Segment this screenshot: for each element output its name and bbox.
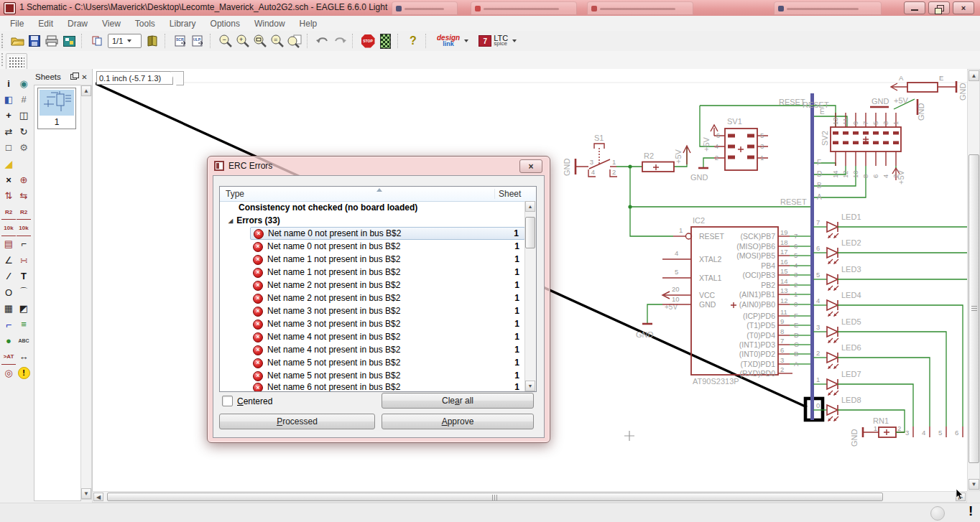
sheet-swap-button[interactable] (88, 32, 106, 50)
menu-window[interactable]: Window (247, 17, 292, 30)
horizontal-scroll-thumb[interactable] (107, 493, 883, 501)
erc-error-row[interactable]: ×Net name 3 not present in bus B$21 (250, 304, 525, 317)
design-link-button[interactable]: design link (437, 35, 468, 47)
erc-error-row[interactable]: ×Net name 0 not present in bus B$21 (250, 240, 525, 253)
dialog-close-button[interactable]: × (519, 159, 542, 173)
menu-library[interactable]: Library (162, 17, 203, 30)
scroll-down-icon[interactable]: ▼ (969, 479, 979, 490)
tool-name[interactable]: R2 (1, 205, 16, 220)
tool-mirror[interactable]: ⇄ (1, 124, 16, 139)
scroll-up-icon[interactable]: ▲ (525, 201, 535, 212)
tool-net[interactable]: ≡ (17, 317, 31, 332)
dialog-titlebar[interactable]: ERC Errors × (208, 157, 550, 175)
print-button[interactable] (43, 32, 60, 50)
tool-bus[interactable]: ⌐ (1, 317, 16, 332)
tool-display[interactable]: ◧ (1, 92, 16, 106)
scroll-up-icon[interactable]: ▲ (969, 70, 979, 81)
erc-error-list[interactable]: Type Sheet Consistency not checked (no b… (219, 186, 537, 392)
sheet-1-thumbnail[interactable]: 1 (37, 88, 76, 129)
scroll-down-icon[interactable]: ▼ (525, 381, 535, 391)
collapse-arrow-icon[interactable]: ◢ (228, 218, 233, 224)
erc-error-row[interactable]: ×Net name 4 not present in bus B$21 (250, 343, 525, 356)
erc-error-row[interactable]: ×Net name 5 not present in bus B$21 (250, 369, 525, 382)
erc-error-row[interactable]: ×Net name 3 not present in bus B$21 (250, 317, 525, 330)
erc-error-row[interactable]: ×Net name 0 not present in bus B$21 (250, 227, 525, 240)
tool-rotate[interactable]: ↻ (17, 124, 31, 139)
tool-value-alt[interactable]: 10k (17, 221, 31, 236)
zoom-in-button[interactable]: + (234, 32, 251, 50)
sheet-selector[interactable]: 1/1 (108, 34, 142, 48)
clear-all-button[interactable]: Clear all (382, 393, 534, 409)
tool-text[interactable]: T (17, 269, 31, 284)
approve-button[interactable]: Approve (382, 414, 534, 429)
open-button[interactable] (9, 32, 26, 50)
menu-view[interactable]: View (95, 17, 128, 30)
erc-error-row[interactable]: ×Net name 1 not present in bus B$21 (250, 253, 525, 266)
script-button[interactable]: SCR (172, 32, 189, 50)
tool-group[interactable]: □ (1, 141, 16, 155)
tool-errors[interactable]: ! (17, 365, 31, 380)
menu-options[interactable]: Options (203, 17, 247, 30)
menu-help[interactable]: Help (292, 17, 325, 30)
stop-button[interactable]: STOP (359, 32, 376, 50)
tool-circle[interactable]: O (1, 285, 16, 299)
tool-change[interactable]: ⚙ (17, 141, 31, 155)
tool-cut[interactable]: ◢ (1, 157, 16, 171)
tool-invoke[interactable]: ∺ (17, 253, 31, 267)
close-panel-button[interactable]: ✕ (80, 73, 89, 82)
tool-wire[interactable]: ∕ (1, 269, 16, 284)
tool-attribute[interactable]: >AT (1, 350, 16, 365)
scroll-left-icon[interactable]: ◀ (93, 493, 103, 501)
zoom-out-button[interactable]: − (217, 32, 234, 50)
undo-button[interactable] (314, 32, 331, 50)
erc-error-row[interactable]: ×Net name 6 not present in bus B$21 (250, 382, 525, 391)
tool-add[interactable]: ⊕ (17, 172, 31, 187)
centered-checkbox[interactable] (222, 396, 233, 406)
erc-error-row[interactable]: ×Net name 5 not present in bus B$21 (250, 356, 525, 369)
tool-split[interactable]: ∠ (1, 253, 16, 267)
erc-error-row[interactable]: ×Net name 2 not present in bus B$21 (250, 279, 525, 292)
library-button[interactable] (144, 32, 161, 50)
vertical-scrollbar[interactable]: ▲ ▼ (967, 69, 980, 491)
processed-button[interactable]: Processed (219, 414, 375, 429)
column-type[interactable]: Type (220, 189, 494, 199)
restore-button[interactable] (928, 1, 950, 14)
scroll-up-icon[interactable]: ▲ (81, 85, 91, 96)
menu-file[interactable]: File (3, 17, 31, 30)
sheets-panel-header[interactable]: Sheets ✕ (33, 70, 91, 83)
help-button[interactable]: ? (405, 32, 422, 50)
zoom-fit-button[interactable]: = (269, 32, 286, 50)
tool-value[interactable]: 10k (1, 221, 16, 236)
tool-miter[interactable]: ⌐ (17, 237, 31, 251)
minimize-button[interactable] (904, 1, 925, 14)
tool-arc[interactable]: ⌒ (17, 285, 31, 299)
tool-label[interactable]: ABC (17, 333, 31, 348)
column-sheet[interactable]: Sheet (494, 189, 536, 199)
tool-polygon[interactable]: ◩ (17, 301, 31, 315)
save-button[interactable] (26, 32, 43, 50)
erc-error-row[interactable]: ×Net name 4 not present in bus B$21 (250, 330, 525, 343)
erc-error-row[interactable]: ×Net name 1 not present in bus B$21 (250, 266, 525, 279)
list-scroll-thumb[interactable] (525, 217, 535, 248)
tool-smash[interactable]: ▤ (1, 237, 16, 251)
ulp-button[interactable]: ULP (189, 32, 206, 50)
zoom-select-button[interactable] (251, 32, 269, 50)
centered-checkbox-row[interactable]: Centered (222, 396, 272, 406)
erc-consistency-row[interactable]: Consistency not checked (no board loaded… (220, 201, 525, 214)
menu-edit[interactable]: Edit (31, 17, 60, 30)
tool-copy[interactable]: ◫ (17, 108, 31, 123)
list-scrollbar[interactable]: ▲ ▼ (524, 201, 536, 391)
tool-pinswap[interactable]: ⇅ (1, 189, 16, 203)
menu-draw[interactable]: Draw (60, 17, 95, 30)
redo-button[interactable] (331, 32, 348, 50)
tool-dimension[interactable]: ↔ (17, 350, 31, 364)
float-panel-button[interactable] (69, 73, 78, 82)
window-titlebar[interactable]: 1 Schematic - C:\Users\Maverick\Desktop\… (0, 0, 980, 17)
erc-errors-group-row[interactable]: ◢Errors (33) (220, 214, 525, 227)
tool-show[interactable]: ◉ (17, 76, 31, 90)
tool-rect[interactable]: ▦ (1, 301, 16, 315)
tool-smash-name[interactable]: R2 (17, 205, 31, 220)
board-button[interactable] (60, 32, 78, 50)
horizontal-scrollbar[interactable]: ◀ ▶ (92, 491, 967, 503)
go-button[interactable] (376, 32, 394, 50)
